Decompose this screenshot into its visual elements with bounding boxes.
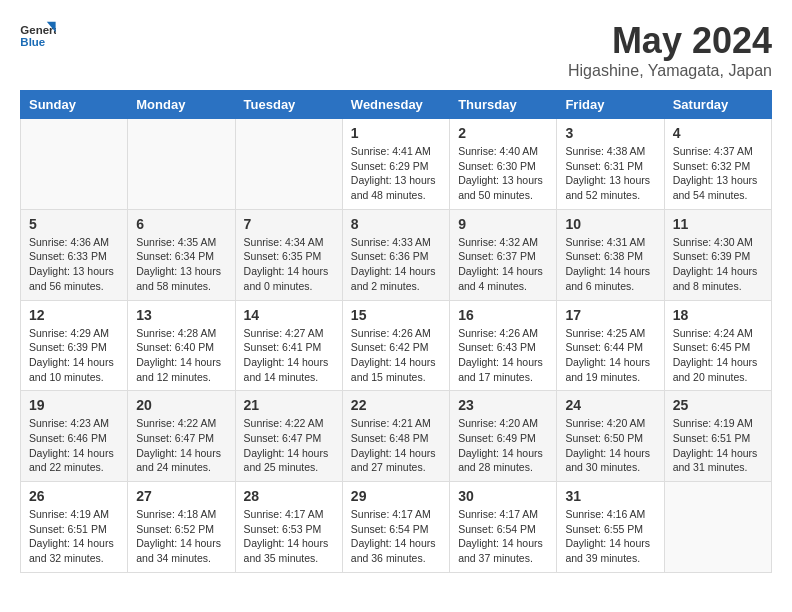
title-block: May 2024 Higashine, Yamagata, Japan: [568, 20, 772, 80]
day-number: 14: [244, 307, 334, 323]
day-number: 22: [351, 397, 441, 413]
weekday-header-saturday: Saturday: [664, 91, 771, 119]
day-number: 25: [673, 397, 763, 413]
day-number: 3: [565, 125, 655, 141]
day-number: 27: [136, 488, 226, 504]
day-info: Sunrise: 4:20 AMSunset: 6:49 PMDaylight:…: [458, 416, 548, 475]
logo: General Blue: [20, 20, 56, 50]
day-info: Sunrise: 4:41 AMSunset: 6:29 PMDaylight:…: [351, 144, 441, 203]
day-number: 5: [29, 216, 119, 232]
day-number: 2: [458, 125, 548, 141]
calendar-cell: 9Sunrise: 4:32 AMSunset: 6:37 PMDaylight…: [450, 209, 557, 300]
calendar-cell: 14Sunrise: 4:27 AMSunset: 6:41 PMDayligh…: [235, 300, 342, 391]
calendar-header: SundayMondayTuesdayWednesdayThursdayFrid…: [21, 91, 772, 119]
calendar-cell: 30Sunrise: 4:17 AMSunset: 6:54 PMDayligh…: [450, 482, 557, 573]
day-info: Sunrise: 4:24 AMSunset: 6:45 PMDaylight:…: [673, 326, 763, 385]
day-number: 8: [351, 216, 441, 232]
page-header: General Blue May 2024 Higashine, Yamagat…: [20, 20, 772, 80]
month-title: May 2024: [568, 20, 772, 62]
weekday-header-tuesday: Tuesday: [235, 91, 342, 119]
weekday-header-monday: Monday: [128, 91, 235, 119]
calendar-cell: 31Sunrise: 4:16 AMSunset: 6:55 PMDayligh…: [557, 482, 664, 573]
calendar-cell: 3Sunrise: 4:38 AMSunset: 6:31 PMDaylight…: [557, 119, 664, 210]
day-number: 13: [136, 307, 226, 323]
calendar-cell: [235, 119, 342, 210]
calendar-cell: 25Sunrise: 4:19 AMSunset: 6:51 PMDayligh…: [664, 391, 771, 482]
calendar-cell: 22Sunrise: 4:21 AMSunset: 6:48 PMDayligh…: [342, 391, 449, 482]
day-number: 21: [244, 397, 334, 413]
day-number: 24: [565, 397, 655, 413]
day-info: Sunrise: 4:40 AMSunset: 6:30 PMDaylight:…: [458, 144, 548, 203]
day-info: Sunrise: 4:17 AMSunset: 6:53 PMDaylight:…: [244, 507, 334, 566]
calendar-cell: 1Sunrise: 4:41 AMSunset: 6:29 PMDaylight…: [342, 119, 449, 210]
day-info: Sunrise: 4:34 AMSunset: 6:35 PMDaylight:…: [244, 235, 334, 294]
weekday-header-wednesday: Wednesday: [342, 91, 449, 119]
day-number: 15: [351, 307, 441, 323]
calendar-cell: 4Sunrise: 4:37 AMSunset: 6:32 PMDaylight…: [664, 119, 771, 210]
calendar-cell: 12Sunrise: 4:29 AMSunset: 6:39 PMDayligh…: [21, 300, 128, 391]
day-info: Sunrise: 4:23 AMSunset: 6:46 PMDaylight:…: [29, 416, 119, 475]
day-info: Sunrise: 4:36 AMSunset: 6:33 PMDaylight:…: [29, 235, 119, 294]
day-number: 30: [458, 488, 548, 504]
calendar-cell: 26Sunrise: 4:19 AMSunset: 6:51 PMDayligh…: [21, 482, 128, 573]
day-number: 26: [29, 488, 119, 504]
day-number: 6: [136, 216, 226, 232]
calendar-cell: 28Sunrise: 4:17 AMSunset: 6:53 PMDayligh…: [235, 482, 342, 573]
calendar-cell: 11Sunrise: 4:30 AMSunset: 6:39 PMDayligh…: [664, 209, 771, 300]
weekday-header-row: SundayMondayTuesdayWednesdayThursdayFrid…: [21, 91, 772, 119]
day-info: Sunrise: 4:33 AMSunset: 6:36 PMDaylight:…: [351, 235, 441, 294]
day-info: Sunrise: 4:16 AMSunset: 6:55 PMDaylight:…: [565, 507, 655, 566]
day-info: Sunrise: 4:20 AMSunset: 6:50 PMDaylight:…: [565, 416, 655, 475]
calendar-cell: 16Sunrise: 4:26 AMSunset: 6:43 PMDayligh…: [450, 300, 557, 391]
day-info: Sunrise: 4:17 AMSunset: 6:54 PMDaylight:…: [351, 507, 441, 566]
calendar-week-3: 12Sunrise: 4:29 AMSunset: 6:39 PMDayligh…: [21, 300, 772, 391]
calendar-week-1: 1Sunrise: 4:41 AMSunset: 6:29 PMDaylight…: [21, 119, 772, 210]
calendar-week-5: 26Sunrise: 4:19 AMSunset: 6:51 PMDayligh…: [21, 482, 772, 573]
day-info: Sunrise: 4:19 AMSunset: 6:51 PMDaylight:…: [673, 416, 763, 475]
day-number: 10: [565, 216, 655, 232]
day-number: 23: [458, 397, 548, 413]
calendar-cell: 13Sunrise: 4:28 AMSunset: 6:40 PMDayligh…: [128, 300, 235, 391]
day-info: Sunrise: 4:27 AMSunset: 6:41 PMDaylight:…: [244, 326, 334, 385]
weekday-header-thursday: Thursday: [450, 91, 557, 119]
logo-icon: General Blue: [20, 20, 56, 50]
day-info: Sunrise: 4:32 AMSunset: 6:37 PMDaylight:…: [458, 235, 548, 294]
day-info: Sunrise: 4:38 AMSunset: 6:31 PMDaylight:…: [565, 144, 655, 203]
day-number: 29: [351, 488, 441, 504]
calendar-cell: 15Sunrise: 4:26 AMSunset: 6:42 PMDayligh…: [342, 300, 449, 391]
day-info: Sunrise: 4:29 AMSunset: 6:39 PMDaylight:…: [29, 326, 119, 385]
calendar-cell: 21Sunrise: 4:22 AMSunset: 6:47 PMDayligh…: [235, 391, 342, 482]
weekday-header-friday: Friday: [557, 91, 664, 119]
day-number: 18: [673, 307, 763, 323]
day-number: 12: [29, 307, 119, 323]
calendar-cell: 10Sunrise: 4:31 AMSunset: 6:38 PMDayligh…: [557, 209, 664, 300]
day-info: Sunrise: 4:22 AMSunset: 6:47 PMDaylight:…: [244, 416, 334, 475]
calendar-cell: 24Sunrise: 4:20 AMSunset: 6:50 PMDayligh…: [557, 391, 664, 482]
day-info: Sunrise: 4:26 AMSunset: 6:42 PMDaylight:…: [351, 326, 441, 385]
calendar-cell: 2Sunrise: 4:40 AMSunset: 6:30 PMDaylight…: [450, 119, 557, 210]
calendar-body: 1Sunrise: 4:41 AMSunset: 6:29 PMDaylight…: [21, 119, 772, 573]
day-number: 20: [136, 397, 226, 413]
day-info: Sunrise: 4:30 AMSunset: 6:39 PMDaylight:…: [673, 235, 763, 294]
calendar-cell: 29Sunrise: 4:17 AMSunset: 6:54 PMDayligh…: [342, 482, 449, 573]
calendar-cell: [128, 119, 235, 210]
calendar-cell: 23Sunrise: 4:20 AMSunset: 6:49 PMDayligh…: [450, 391, 557, 482]
day-number: 17: [565, 307, 655, 323]
day-number: 7: [244, 216, 334, 232]
day-info: Sunrise: 4:25 AMSunset: 6:44 PMDaylight:…: [565, 326, 655, 385]
day-info: Sunrise: 4:17 AMSunset: 6:54 PMDaylight:…: [458, 507, 548, 566]
day-number: 1: [351, 125, 441, 141]
day-number: 19: [29, 397, 119, 413]
day-number: 11: [673, 216, 763, 232]
day-info: Sunrise: 4:21 AMSunset: 6:48 PMDaylight:…: [351, 416, 441, 475]
calendar-cell: 8Sunrise: 4:33 AMSunset: 6:36 PMDaylight…: [342, 209, 449, 300]
day-info: Sunrise: 4:37 AMSunset: 6:32 PMDaylight:…: [673, 144, 763, 203]
day-info: Sunrise: 4:19 AMSunset: 6:51 PMDaylight:…: [29, 507, 119, 566]
calendar-cell: 5Sunrise: 4:36 AMSunset: 6:33 PMDaylight…: [21, 209, 128, 300]
calendar-cell: 27Sunrise: 4:18 AMSunset: 6:52 PMDayligh…: [128, 482, 235, 573]
calendar-cell: 6Sunrise: 4:35 AMSunset: 6:34 PMDaylight…: [128, 209, 235, 300]
day-number: 4: [673, 125, 763, 141]
calendar-week-4: 19Sunrise: 4:23 AMSunset: 6:46 PMDayligh…: [21, 391, 772, 482]
calendar-cell: 20Sunrise: 4:22 AMSunset: 6:47 PMDayligh…: [128, 391, 235, 482]
calendar-week-2: 5Sunrise: 4:36 AMSunset: 6:33 PMDaylight…: [21, 209, 772, 300]
